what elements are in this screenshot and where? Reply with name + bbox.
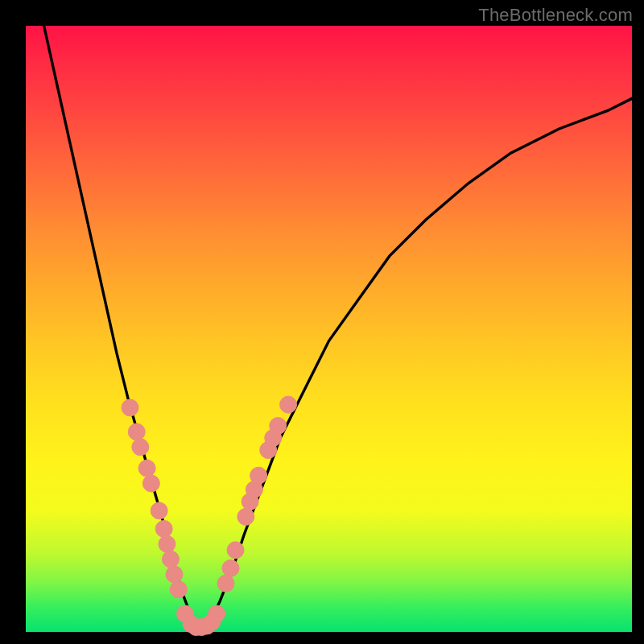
data-point xyxy=(217,575,234,592)
plot-area xyxy=(26,26,632,632)
chart-frame: TheBottleneck.com xyxy=(0,0,644,644)
data-point xyxy=(227,542,244,559)
watermark-text: TheBottleneck.com xyxy=(478,5,633,26)
data-point xyxy=(155,520,172,537)
bottleneck-curve xyxy=(44,26,632,625)
data-point xyxy=(237,508,254,525)
data-point xyxy=(151,502,167,519)
data-point xyxy=(170,581,187,598)
curve-markers xyxy=(122,396,297,635)
data-point xyxy=(128,423,145,440)
data-point xyxy=(222,559,239,576)
data-point xyxy=(270,417,287,434)
data-point xyxy=(208,605,225,622)
data-point xyxy=(122,399,138,416)
data-point xyxy=(250,467,267,484)
curve-svg xyxy=(26,26,632,632)
data-point xyxy=(132,439,149,456)
data-point xyxy=(162,551,179,568)
data-point xyxy=(142,475,159,492)
data-point xyxy=(166,566,183,583)
data-point xyxy=(138,460,155,477)
data-point xyxy=(159,535,175,552)
data-point xyxy=(280,396,297,413)
